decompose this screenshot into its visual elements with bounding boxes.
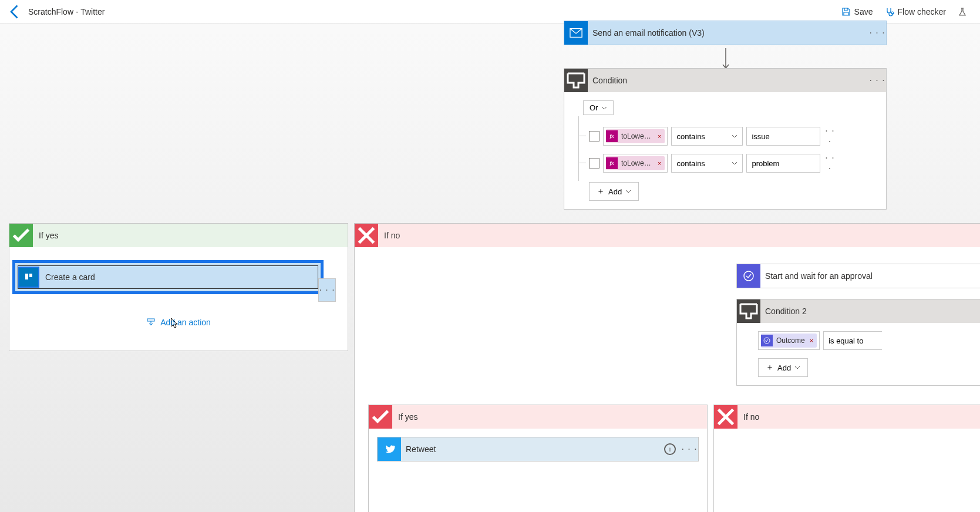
mail-icon: [564, 21, 588, 45]
save-label: Save: [854, 7, 873, 16]
add-condition-label: Add: [777, 363, 791, 372]
condition-title: Condition: [588, 76, 868, 85]
retweet-title: Retweet: [401, 444, 664, 454]
add-condition-label: Add: [608, 187, 622, 196]
approval-icon: [737, 264, 760, 288]
add-action-label: Add an action: [160, 318, 211, 327]
chevron-down-icon: [794, 365, 800, 370]
chevron-down-icon: [732, 160, 737, 166]
operator-label: is equal to: [829, 336, 863, 345]
flask-icon: [958, 7, 967, 16]
condition-row: fx toLower(... × contains · · ·: [585, 126, 878, 147]
if-yes-label: If yes: [392, 412, 417, 422]
if-yes-branch: If yes Retweet i · · ·: [368, 405, 708, 512]
row-menu-button[interactable]: · · ·: [824, 153, 836, 174]
back-button[interactable]: [7, 4, 23, 20]
condition-card[interactable]: Condition · · · Or fx toLower(... ×: [564, 68, 887, 210]
condition-body: Or fx toLower(... × contains · · ·: [564, 92, 886, 209]
condition-value-input[interactable]: [746, 154, 820, 173]
retweet-action-card[interactable]: Retweet i · · ·: [377, 437, 699, 462]
operator-label: contains: [676, 159, 705, 168]
plus-icon: ＋: [766, 362, 774, 373]
email-action-title: Send an email notification (V3): [588, 28, 868, 38]
token-remove-button[interactable]: ×: [654, 160, 665, 167]
fx-icon: fx: [606, 130, 618, 142]
info-icon[interactable]: i: [664, 443, 676, 455]
condition2-title: Condition 2: [760, 306, 980, 316]
save-icon: [841, 7, 851, 16]
check-icon: [9, 224, 33, 247]
approval-action-card[interactable]: Start and wait for an approval: [736, 264, 980, 288]
add-condition-button[interactable]: ＋ Add: [589, 182, 639, 201]
chevron-down-icon: [625, 188, 631, 194]
approval-token-icon: [761, 335, 773, 346]
add-action-icon: [146, 318, 156, 327]
close-icon: [355, 224, 378, 247]
connector-arrow-icon: [721, 47, 730, 70]
condition-left-value[interactable]: fx toLower(... ×: [603, 127, 668, 146]
card-menu-button[interactable]: · · ·: [868, 72, 886, 89]
operator-dropdown[interactable]: contains: [671, 154, 743, 173]
group-operator-label: Or: [590, 103, 598, 112]
operator-dropdown[interactable]: contains: [671, 127, 743, 146]
check-icon: [369, 405, 392, 429]
canvas[interactable]: Send an email notification (V3) · · · Co…: [0, 23, 980, 512]
chevron-down-icon: [601, 105, 607, 111]
flow-title: ScratchFlow - Twitter: [28, 7, 105, 16]
flow-checker-button[interactable]: Flow checker: [879, 5, 952, 19]
plus-icon: ＋: [597, 186, 605, 197]
token-text: Outcome: [775, 336, 806, 345]
condition-icon: [737, 299, 760, 323]
create-card-title: Create a card: [39, 272, 318, 282]
condition-left-value[interactable]: fx toLower(... ×: [603, 154, 668, 173]
svg-point-4: [744, 271, 753, 281]
if-no-branch: If no: [713, 405, 980, 512]
svg-rect-2: [29, 274, 32, 277]
token-text: toLower(...: [620, 159, 654, 167]
if-no-label: If no: [737, 412, 759, 422]
token-text: toLower(...: [620, 132, 654, 140]
svg-rect-3: [147, 319, 154, 321]
if-no-branch: If no Start and wait for an approval Con…: [354, 223, 980, 512]
row-checkbox[interactable]: [589, 131, 600, 142]
if-yes-branch: If yes Create a card · · · Add an action: [9, 223, 348, 351]
card-menu-button[interactable]: · · ·: [318, 278, 336, 302]
condition2-card[interactable]: Condition 2 Outcome × is equal: [736, 299, 980, 386]
token-remove-button[interactable]: ×: [806, 337, 817, 344]
add-action-button[interactable]: Add an action: [9, 318, 348, 327]
if-yes-label: If yes: [33, 231, 58, 240]
trello-icon: [18, 267, 39, 288]
twitter-icon: [378, 437, 401, 461]
card-menu-button[interactable]: · · ·: [868, 24, 886, 42]
row-checkbox[interactable]: [589, 158, 600, 169]
chevron-down-icon: [732, 133, 737, 139]
token-remove-button[interactable]: ×: [654, 133, 665, 140]
card-menu-button[interactable]: · · ·: [681, 440, 698, 458]
topbar: ScratchFlow - Twitter Save Flow checker: [0, 0, 980, 23]
operator-label: contains: [676, 132, 705, 141]
flow-checker-label: Flow checker: [898, 7, 946, 16]
condition-left-value[interactable]: Outcome ×: [758, 331, 820, 350]
email-action-card[interactable]: Send an email notification (V3) · · ·: [564, 21, 887, 45]
create-card-action[interactable]: Create a card · · ·: [12, 260, 324, 294]
stethoscope-icon: [885, 7, 894, 16]
row-menu-button[interactable]: · · ·: [824, 126, 836, 147]
fx-icon: fx: [606, 157, 618, 169]
approval-title: Start and wait for an approval: [760, 271, 980, 281]
add-condition-button[interactable]: ＋ Add: [758, 358, 808, 377]
close-icon: [714, 405, 737, 429]
condition-row: fx toLower(... × contains · · ·: [585, 153, 878, 174]
save-button[interactable]: Save: [836, 5, 879, 19]
operator-dropdown[interactable]: is equal to: [823, 331, 882, 350]
if-no-label: If no: [378, 231, 400, 240]
test-button[interactable]: [952, 5, 973, 19]
svg-rect-1: [25, 274, 28, 279]
group-operator-dropdown[interactable]: Or: [583, 100, 614, 115]
condition-value-input[interactable]: [746, 127, 820, 146]
condition-icon: [564, 69, 588, 92]
